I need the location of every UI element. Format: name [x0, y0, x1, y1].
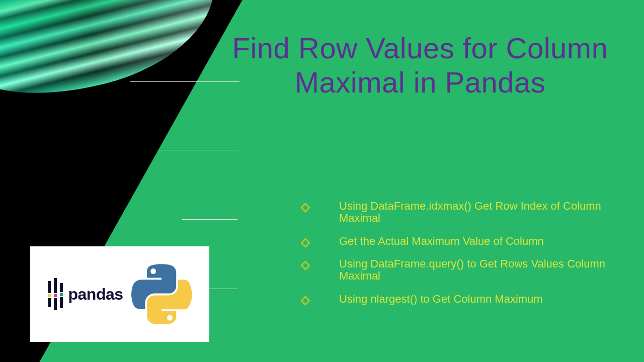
pandas-logo: pandas: [48, 278, 123, 310]
list-item: Using DataFrame.query() to Get Rows Valu…: [302, 258, 614, 282]
pandas-python-logo-card: pandas: [30, 246, 209, 342]
pandas-bars-icon: [48, 278, 63, 310]
pandas-wordmark: pandas: [68, 285, 123, 304]
divider-line: [209, 289, 237, 289]
diamond-bullet-icon: [300, 260, 310, 270]
divider-line: [156, 150, 238, 150]
slide-title: Find Row Values for Column Maximal in Pa…: [216, 31, 624, 100]
list-item-text: Using DataFrame.query() to Get Rows Valu…: [339, 258, 614, 282]
divider-line: [182, 219, 237, 220]
list-item-text: Using DataFrame.idxmax() Get Row Index o…: [339, 200, 614, 224]
list-item: Get the Actual Maximum Value of Column: [302, 235, 614, 247]
list-item: Using nlargest() to Get Column Maximum: [302, 293, 614, 305]
python-logo-icon: [131, 264, 192, 324]
diamond-bullet-icon: [300, 296, 310, 306]
slide: Find Row Values for Column Maximal in Pa…: [0, 0, 644, 362]
diamond-bullet-icon: [300, 203, 310, 213]
diamond-bullet-icon: [300, 238, 310, 248]
bullet-list: Using DataFrame.idxmax() Get Row Index o…: [302, 200, 614, 316]
list-item-text: Get the Actual Maximum Value of Column: [339, 235, 544, 247]
list-item-text: Using nlargest() to Get Column Maximum: [339, 293, 543, 305]
list-item: Using DataFrame.idxmax() Get Row Index o…: [302, 200, 614, 224]
